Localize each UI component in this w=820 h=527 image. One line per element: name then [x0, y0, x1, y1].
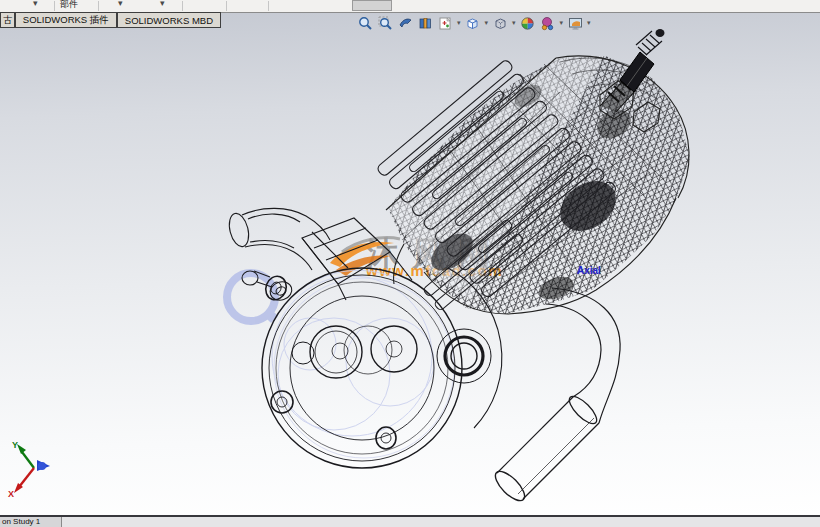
motionmanager-bar: on Study 1 — [0, 515, 820, 527]
triad-x-label: X — [8, 489, 14, 499]
zoom-to-area-button[interactable] — [376, 14, 394, 32]
ribbon-button[interactable] — [352, 0, 392, 11]
display-style-icon — [493, 16, 508, 31]
ribbon-separator — [54, 1, 55, 11]
edit-appearance-caret-icon[interactable]: ▾ — [560, 19, 564, 27]
dropdown-caret-icon[interactable]: ▾ — [33, 0, 38, 8]
ribbon-separator — [268, 1, 269, 11]
annotation-views-caret-icon[interactable]: ▾ — [457, 19, 461, 27]
section-view-icon — [418, 16, 433, 31]
motion-study-tab[interactable]: on Study 1 — [0, 517, 62, 527]
realview-sphere-icon — [520, 16, 535, 31]
view-orientation-cube-icon — [465, 16, 480, 31]
view-orientation-button[interactable] — [464, 14, 482, 32]
zoom-to-area-icon — [378, 16, 393, 31]
view-settings-monitor-icon — [568, 16, 583, 31]
previous-view-button[interactable] — [396, 14, 414, 32]
dropdown-caret-icon[interactable]: ▾ — [160, 0, 165, 8]
dropdown-caret-icon[interactable]: ▾ — [118, 0, 123, 8]
edit-appearance-icon — [540, 16, 555, 31]
view-orientation-caret-icon[interactable]: ▾ — [485, 19, 489, 27]
tab-evaluate-partial[interactable]: 古 — [0, 12, 15, 28]
zoom-to-fit-icon — [358, 16, 373, 31]
ribbon-separator — [98, 1, 99, 11]
view-settings-caret-icon[interactable]: ▾ — [587, 19, 591, 27]
headsup-view-toolbar: ▾ ▾ ▾ ▾ — [356, 14, 592, 32]
display-style-caret-icon[interactable]: ▾ — [512, 19, 516, 27]
previous-view-icon — [398, 16, 413, 31]
tab-solidworks-addins[interactable]: SOLIDWORKS 插件 — [15, 12, 117, 28]
annotation-views-icon — [438, 16, 453, 31]
annotation-views-button[interactable] — [436, 14, 454, 32]
edit-appearance-button[interactable] — [539, 14, 557, 32]
ribbon-separator — [182, 1, 183, 11]
triad-y-label: Y — [12, 440, 18, 450]
tab-solidworks-mbd[interactable]: SOLIDWORKS MBD — [117, 12, 221, 28]
ribbon-item-label[interactable]: 部件 — [60, 0, 78, 11]
ribbon-separator — [226, 1, 227, 11]
zoom-to-fit-button[interactable] — [356, 14, 374, 32]
display-style-button[interactable] — [491, 14, 509, 32]
view-settings-button[interactable] — [566, 14, 584, 32]
watermark-url: www.mfcad.com — [366, 262, 503, 279]
axial-annotation[interactable]: Axial — [577, 265, 601, 276]
section-view-button[interactable] — [416, 14, 434, 32]
hide-show-items-button[interactable] — [519, 14, 537, 32]
commandmanager-tab-bar: 古 SOLIDWORKS 插件 SOLIDWORKS MBD — [0, 12, 221, 28]
